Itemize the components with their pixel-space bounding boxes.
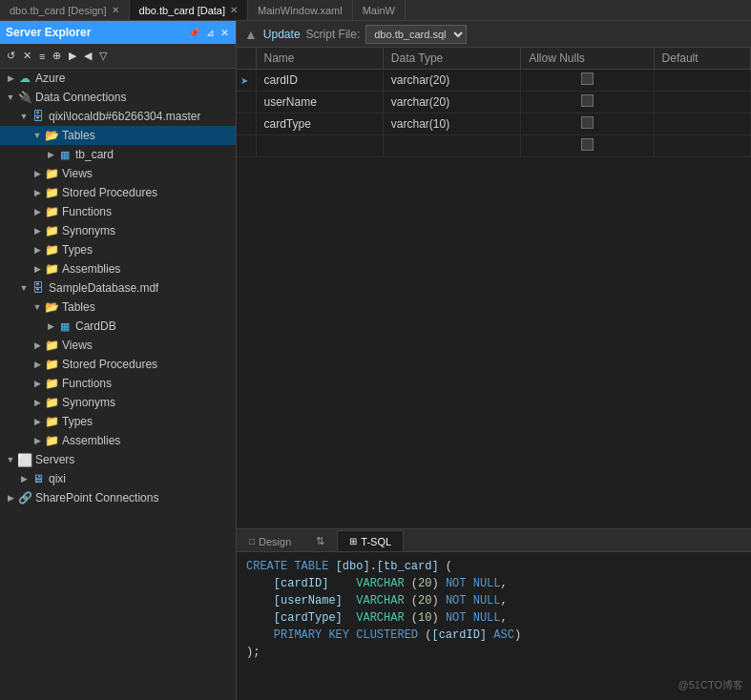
tab-data-close[interactable]: ✕ [230, 5, 238, 15]
checkbox-cardid[interactable] [581, 72, 594, 85]
asm1-folder-icon: 📁 [44, 261, 59, 277]
sql-editor[interactable]: CREATE TABLE [dbo].[tb_card] ( [cardID] … [237, 552, 751, 700]
checkbox-username[interactable] [581, 94, 594, 107]
tab-arrows[interactable]: ⇅ [303, 530, 337, 551]
tree-item-functions1[interactable]: ▶ 📁 Functions [0, 202, 236, 221]
tab-data[interactable]: dbo.tb_card [Data] ✕ [130, 0, 249, 20]
delete-button[interactable]: ✕ [20, 48, 34, 64]
tree-item-views1[interactable]: ▶ 📁 Views [0, 164, 236, 183]
functions1-label: Functions [62, 205, 112, 218]
table-row[interactable]: ➤ cardID varchar(20) [237, 70, 751, 92]
fn1-folder-icon: 📁 [44, 204, 59, 219]
col-default-username[interactable] [654, 92, 750, 113]
tree-item-synonyms2[interactable]: ▶ 📁 Synonyms [0, 393, 236, 412]
tree-item-servers[interactable]: ▼ ⬜ Servers [0, 450, 236, 469]
table-row[interactable]: cardType varchar(10) [237, 113, 751, 135]
tree-item-data-connections[interactable]: ▼ 🔌 Data Connections [0, 88, 236, 107]
expand-qixi-icon: ▼ [17, 112, 31, 121]
fn2-folder-icon: 📁 [44, 376, 59, 391]
tree-item-tables2[interactable]: ▼ 📂 Tables [0, 298, 236, 317]
col-datatype-cardid[interactable]: varchar(20) [383, 70, 520, 92]
table-row[interactable] [237, 135, 751, 157]
tree-item-assemblies2[interactable]: ▶ 📁 Assemblies [0, 431, 236, 450]
back-button[interactable]: ◀ [81, 48, 94, 64]
tree-item-functions2[interactable]: ▶ 📁 Functions [0, 374, 236, 393]
sidebar-header-controls: 📌 ⊿ ✕ [186, 27, 230, 39]
update-button[interactable]: Update [263, 28, 301, 41]
tables2-label: Tables [62, 300, 95, 314]
properties-button[interactable]: ≡ [36, 49, 48, 64]
row-marker-cardtype [237, 113, 256, 135]
expand-syn1-icon: ▶ [31, 226, 44, 236]
tree-item-carddb[interactable]: ▶ ▦ CardDB [0, 317, 236, 336]
col-name-username[interactable]: userName [256, 92, 383, 113]
expand-sp1-icon: ▶ [31, 188, 44, 197]
expand-sp2-icon: ▶ [31, 360, 44, 369]
add-button[interactable]: ⊕ [50, 48, 64, 64]
tree-item-tb-card[interactable]: ▶ ▦ tb_card [0, 145, 236, 164]
row-marker-empty [237, 135, 256, 157]
col-default-empty[interactable] [654, 135, 750, 157]
tab-tsql[interactable]: ⊞ T-SQL [337, 530, 404, 551]
tree-item-sample-db[interactable]: ▼ 🗄 SampleDatabase.mdf [0, 278, 236, 298]
col-allownulls-username[interactable] [521, 92, 654, 113]
tree-item-qixi-server[interactable]: ▶ 🖥 qixi [0, 469, 236, 488]
tree-item-sharepoint[interactable]: ▶ 🔗 SharePoint Connections [0, 488, 236, 507]
col-datatype-empty[interactable] [383, 135, 520, 157]
tab-mainwindow[interactable]: MainWindow.xaml [248, 0, 353, 20]
expand-asm2-icon: ▶ [31, 436, 44, 445]
views2-label: Views [62, 339, 93, 352]
col-allownulls-cardid[interactable] [521, 70, 654, 92]
pin-icon[interactable]: 📌 [186, 27, 201, 39]
col-allownulls-cardtype[interactable] [521, 113, 654, 135]
tree-item-qixi-db[interactable]: ▼ 🗄 qixi\localdb#6b266304.master [0, 107, 236, 126]
table-row[interactable]: userName varchar(20) [237, 92, 751, 113]
col-datatype-username[interactable]: varchar(20) [383, 92, 520, 113]
tab-design[interactable]: dbo.tb_card [Design] ✕ [0, 0, 130, 20]
sql-line-5: PRIMARY KEY CLUSTERED ([cardID] ASC) [246, 627, 741, 644]
tree-item-stored-procs2[interactable]: ▶ 📁 Stored Procedures [0, 355, 236, 374]
col-allownulls-empty[interactable] [521, 135, 654, 157]
expand-azure-icon: ▶ [4, 73, 17, 83]
update-arrow-icon: ▲ [244, 27, 258, 42]
tree-item-types2[interactable]: ▶ 📁 Types [0, 412, 236, 431]
main-area: Server Explorer 📌 ⊿ ✕ ↺ ✕ ≡ ⊕ ▶ ◀ ▽ ▶ ☁ … [0, 21, 751, 700]
col-header-default: Default [654, 48, 750, 70]
refresh-button[interactable]: ↺ [4, 48, 18, 64]
auto-hide-icon[interactable]: ⊿ [204, 27, 216, 39]
sample-db-icon: 🗄 [31, 280, 46, 296]
col-name-cardid[interactable]: cardID [256, 70, 383, 92]
carddb-icon: ▦ [57, 319, 73, 334]
tab-design-bottom[interactable]: □ Design [237, 530, 303, 551]
sql-line-1: CREATE TABLE [dbo].[tb_card] ( [246, 558, 741, 575]
tab-mainw[interactable]: MainW [353, 0, 406, 20]
qixi-server-label: qixi [49, 472, 66, 485]
col-header-allownulls: Allow Nulls [521, 48, 654, 70]
expand-carddb-icon: ▶ [44, 321, 57, 331]
arrows-tab-label: ⇅ [316, 535, 324, 547]
tree-item-azure[interactable]: ▶ ☁ Azure [0, 69, 236, 88]
tree-item-types1[interactable]: ▶ 📁 Types [0, 240, 236, 259]
tree-item-views2[interactable]: ▶ 📁 Views [0, 336, 236, 355]
forward-button[interactable]: ▶ [66, 48, 79, 64]
close-sidebar-icon[interactable]: ✕ [219, 27, 230, 39]
script-file-dropdown[interactable]: dbo.tb_card.sql [365, 25, 467, 44]
carddb-label: CardDB [75, 319, 116, 333]
server-explorer-sidebar: Server Explorer 📌 ⊿ ✕ ↺ ✕ ≡ ⊕ ▶ ◀ ▽ ▶ ☁ … [0, 21, 237, 700]
col-name-empty[interactable] [256, 135, 383, 157]
col-name-cardtype[interactable]: cardType [256, 113, 383, 135]
filter-button[interactable]: ▽ [96, 48, 110, 64]
tab-design-close[interactable]: ✕ [112, 5, 119, 15]
tree-item-synonyms1[interactable]: ▶ 📁 Synonyms [0, 221, 236, 240]
tab-mainw-label: MainW [363, 5, 395, 16]
tree-item-tables[interactable]: ▼ 📂 Tables [0, 126, 236, 145]
asm2-folder-icon: 📁 [44, 433, 59, 448]
col-default-cardid[interactable] [654, 70, 750, 92]
checkbox-cardtype[interactable] [581, 116, 594, 129]
assemblies1-label: Assemblies [62, 262, 120, 276]
tree-item-stored-procs1[interactable]: ▶ 📁 Stored Procedures [0, 183, 236, 202]
col-default-cardtype[interactable] [654, 113, 750, 135]
col-datatype-cardtype[interactable]: varchar(10) [383, 113, 520, 135]
checkbox-empty[interactable] [581, 138, 594, 151]
tree-item-assemblies1[interactable]: ▶ 📁 Assemblies [0, 259, 236, 278]
